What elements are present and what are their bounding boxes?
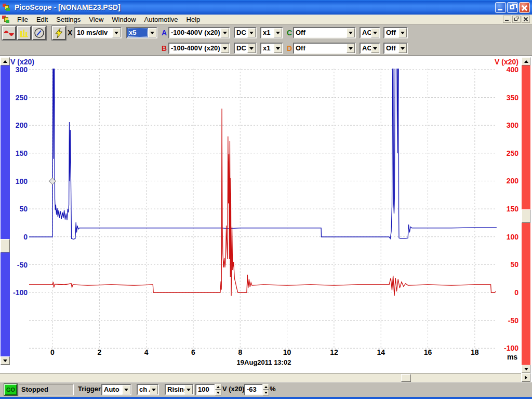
channel-d-filter-select[interactable]: Off bbox=[383, 43, 408, 54]
arrow-up-icon bbox=[3, 60, 7, 63]
channel-b-coupling-value: DC bbox=[235, 44, 247, 53]
go-button[interactable]: GO bbox=[4, 384, 17, 395]
timebase-select[interactable]: 10 ms/div bbox=[74, 27, 122, 38]
svg-text:50: 50 bbox=[19, 205, 28, 213]
channel-a-probe-select[interactable]: x1 bbox=[260, 27, 283, 38]
menu-view[interactable]: View bbox=[85, 15, 108, 24]
scroll-down-button[interactable] bbox=[522, 365, 530, 373]
chevron-down-icon[interactable] bbox=[122, 385, 130, 394]
scope-view-button[interactable] bbox=[2, 26, 16, 40]
svg-text:12: 12 bbox=[330, 348, 338, 356]
channel-c-coupling-select[interactable]: AC bbox=[360, 27, 380, 38]
menu-help[interactable]: Help bbox=[182, 15, 205, 24]
chevron-down-icon[interactable] bbox=[148, 28, 156, 37]
time-scrollbar[interactable] bbox=[0, 373, 521, 382]
chevron-down-icon[interactable] bbox=[274, 44, 282, 53]
spectrum-view-button[interactable] bbox=[17, 26, 31, 40]
svg-text:10: 10 bbox=[283, 348, 291, 356]
close-button[interactable] bbox=[519, 2, 530, 13]
instant-update-button[interactable] bbox=[52, 26, 66, 40]
trigger-source-select[interactable]: ch A bbox=[137, 384, 159, 395]
waveform-plot[interactable]: V (x20)V (x20)300250200150100500-50-1004… bbox=[10, 56, 521, 373]
chevron-down-icon[interactable] bbox=[398, 44, 407, 53]
trigger-direction-select[interactable]: Rising bbox=[165, 384, 194, 395]
step-up-button[interactable] bbox=[215, 384, 221, 390]
scrollbar-thumb[interactable] bbox=[1, 239, 10, 252]
step-up-button[interactable] bbox=[263, 384, 269, 390]
svg-text:16: 16 bbox=[424, 348, 432, 356]
channel-c-range-select[interactable]: Off bbox=[293, 27, 356, 38]
channel-d-filter-value: Off bbox=[384, 44, 398, 53]
channel-b-range-value: -100-400V (x20) bbox=[169, 44, 221, 53]
channel-b-range-select[interactable]: -100-400V (x20) bbox=[168, 43, 230, 54]
mdi-minimize-button[interactable] bbox=[503, 16, 511, 23]
svg-text:350: 350 bbox=[507, 94, 519, 102]
threshold-stepper[interactable] bbox=[215, 384, 221, 395]
chevron-down-icon[interactable] bbox=[150, 385, 158, 394]
channel-b-offset-scrollbar[interactable] bbox=[522, 57, 530, 373]
channel-d-range-value: Off bbox=[294, 44, 347, 53]
chevron-down-icon[interactable] bbox=[274, 28, 282, 37]
svg-text:2: 2 bbox=[97, 348, 101, 356]
threshold-unit-label: V (x20) bbox=[222, 385, 245, 393]
channel-d-range-select[interactable]: Off bbox=[293, 43, 356, 54]
picoscope-window: PicoScope - [NONAME23.PSD] File Edit Set… bbox=[0, 0, 532, 399]
toolbar: X 10 ms/div x5 A -100-400V (x20) DC x1 C… bbox=[0, 24, 532, 56]
delay-stepper[interactable] bbox=[263, 384, 269, 395]
timebase-multiplier-select[interactable]: x5 bbox=[126, 27, 157, 38]
scroll-up-button[interactable] bbox=[522, 57, 530, 65]
meter-view-button[interactable] bbox=[32, 26, 46, 40]
chevron-down-icon[interactable] bbox=[371, 44, 379, 53]
chevron-down-icon[interactable] bbox=[112, 28, 121, 37]
arrow-down-icon bbox=[524, 368, 528, 370]
scroll-up-button[interactable] bbox=[1, 57, 10, 65]
chevron-down-icon[interactable] bbox=[371, 28, 379, 37]
channel-d-coupling-select[interactable]: AC bbox=[360, 43, 380, 54]
trigger-threshold-input[interactable]: 100 bbox=[195, 384, 215, 395]
trigger-label: Trigger bbox=[78, 385, 101, 393]
mdi-close-button[interactable] bbox=[522, 16, 530, 23]
chevron-down-icon[interactable] bbox=[221, 44, 229, 53]
menu-automotive[interactable]: Automotive bbox=[140, 15, 182, 24]
timebase-value: 10 ms/div bbox=[75, 28, 112, 37]
menu-file[interactable]: File bbox=[13, 15, 32, 24]
trigger-direction-value: Rising bbox=[166, 385, 184, 394]
chevron-down-icon[interactable] bbox=[247, 44, 256, 53]
channel-b-coupling-select[interactable]: DC bbox=[234, 43, 257, 54]
svg-text:50: 50 bbox=[510, 260, 518, 269]
svg-text:4: 4 bbox=[144, 348, 149, 356]
minimize-button[interactable] bbox=[495, 2, 506, 13]
channel-a-offset-scrollbar[interactable] bbox=[1, 57, 10, 365]
scroll-down-button[interactable] bbox=[1, 356, 10, 365]
scrollbar-thumb[interactable] bbox=[522, 209, 530, 223]
document-icon[interactable] bbox=[2, 15, 11, 24]
chevron-down-icon[interactable] bbox=[184, 385, 193, 394]
chevron-down-icon[interactable] bbox=[247, 28, 256, 37]
chevron-down-icon[interactable] bbox=[398, 28, 407, 37]
menu-window[interactable]: Window bbox=[108, 15, 140, 24]
mdi-restore-button[interactable] bbox=[512, 16, 521, 23]
chevron-down-icon[interactable] bbox=[347, 28, 355, 37]
chevron-down-icon[interactable] bbox=[221, 28, 229, 37]
menu-settings[interactable]: Settings bbox=[52, 15, 85, 24]
scroll-right-button[interactable] bbox=[522, 373, 530, 382]
svg-text:0: 0 bbox=[23, 233, 28, 241]
channel-c-filter-select[interactable]: Off bbox=[383, 27, 408, 38]
step-down-button[interactable] bbox=[215, 390, 221, 395]
arrow-down-icon bbox=[3, 360, 7, 362]
channel-b-probe-select[interactable]: x1 bbox=[260, 43, 283, 54]
channel-c-label: C bbox=[287, 27, 292, 38]
channel-a-range-select[interactable]: -100-400V (x20) bbox=[168, 27, 230, 38]
chevron-down-icon[interactable] bbox=[347, 44, 355, 53]
title-bar: PicoScope - [NONAME23.PSD] bbox=[0, 0, 532, 15]
trigger-delay-input[interactable]: -63 bbox=[244, 384, 263, 395]
channel-a-label: A bbox=[162, 27, 167, 38]
svg-text:200: 200 bbox=[507, 177, 519, 185]
scrollbar-thumb[interactable] bbox=[401, 374, 411, 382]
svg-text:250: 250 bbox=[507, 149, 519, 157]
restore-button[interactable] bbox=[507, 2, 518, 13]
trigger-mode-select[interactable]: Auto bbox=[101, 384, 131, 395]
channel-a-coupling-select[interactable]: DC bbox=[234, 27, 257, 38]
menu-edit[interactable]: Edit bbox=[32, 15, 52, 24]
step-down-button[interactable] bbox=[263, 390, 269, 395]
